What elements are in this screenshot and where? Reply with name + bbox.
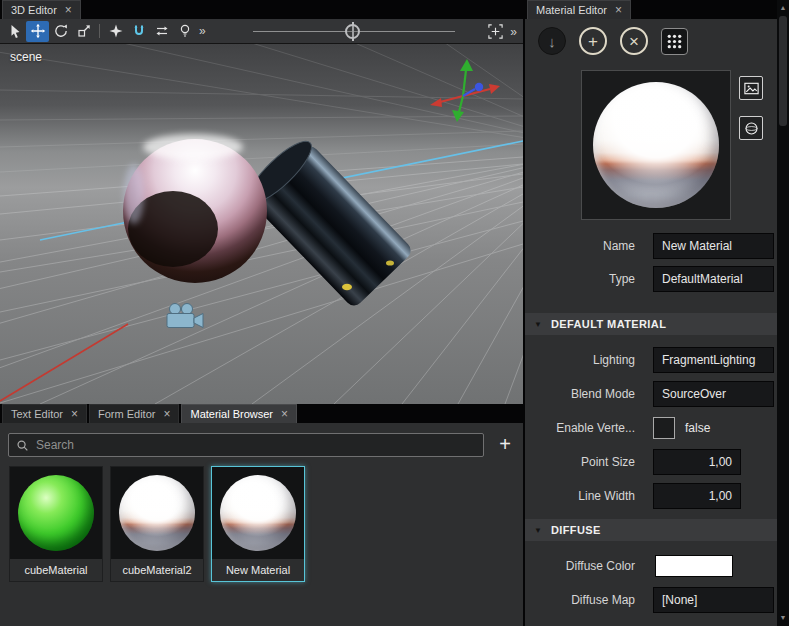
search-icon: [16, 439, 29, 452]
fit-view-button[interactable]: [484, 21, 507, 42]
close-icon[interactable]: ×: [163, 408, 170, 420]
name-input[interactable]: New Material: [653, 233, 774, 259]
diffuse-map-field-row: Diffuse Map [None]: [525, 587, 777, 613]
material-editor-tabstrip: Material Editor ×: [525, 0, 777, 19]
scroll-down-arrow[interactable]: ▼: [777, 612, 789, 624]
blend-mode-label: Blend Mode: [525, 381, 645, 407]
sky-sphere-thumbnail: [220, 475, 296, 551]
material-name-label: cubeMaterial: [10, 559, 102, 581]
app-window: 3D Editor ×: [0, 0, 789, 626]
material-card-new-material[interactable]: New Material: [211, 466, 305, 582]
material-preview-sphere: [593, 82, 719, 208]
create-material-button[interactable]: +: [579, 27, 607, 55]
rotate-tool-button[interactable]: [49, 21, 72, 42]
caret-down-icon: ▼: [534, 320, 542, 329]
scale-tool-button[interactable]: [72, 21, 95, 42]
diffuse-color-label: Diffuse Color: [525, 553, 645, 579]
grid-dots-icon: [665, 32, 684, 51]
enable-vertex-checkbox[interactable]: [653, 417, 675, 439]
search-input[interactable]: [36, 438, 476, 452]
material-preview: [581, 70, 731, 220]
scrollbar-thumb[interactable]: [779, 16, 787, 126]
close-icon[interactable]: ×: [281, 408, 288, 420]
diffuse-map-select[interactable]: [None]: [653, 587, 774, 613]
select-tool-button[interactable]: [3, 21, 26, 42]
blend-mode-select[interactable]: SourceOver: [653, 381, 774, 407]
rotate-icon: [53, 23, 69, 39]
fit-selected-button[interactable]: [104, 21, 127, 42]
add-material-button[interactable]: +: [493, 430, 517, 458]
tab-material-editor-label: Material Editor: [536, 4, 607, 16]
swap-arrows-icon: [154, 23, 170, 39]
toolbar-slider[interactable]: [253, 19, 455, 44]
slider-handle[interactable]: [345, 24, 360, 39]
toolbar-overflow-right-button[interactable]: »: [507, 25, 521, 39]
point-size-input[interactable]: 1,00: [653, 449, 741, 475]
tab-material-editor[interactable]: Material Editor ×: [527, 0, 631, 19]
toolbar-overflow-button[interactable]: »: [196, 24, 210, 38]
section-diffuse[interactable]: ▼ DIFFUSE: [525, 519, 777, 541]
lighting-field-row: Lighting FragmentLighting: [525, 347, 777, 373]
apply-material-button[interactable]: ↓: [538, 27, 566, 55]
snap-toggle-button[interactable]: [127, 21, 150, 42]
search-box: [8, 433, 484, 457]
type-select[interactable]: DefaultMaterial: [653, 266, 774, 292]
tab-3d-editor-label: 3D Editor: [11, 4, 57, 16]
material-thumbnail: [10, 467, 102, 559]
name-label: Name: [525, 233, 645, 259]
diffuse-color-field-row: Diffuse Color: [525, 553, 777, 579]
close-icon[interactable]: ×: [65, 4, 72, 16]
point-size-field-row: Point Size 1,00: [525, 449, 777, 475]
preview-model-button[interactable]: [739, 116, 763, 140]
tab-3d-editor[interactable]: 3D Editor ×: [2, 0, 81, 19]
material-card-cube-material2[interactable]: cubeMaterial2: [110, 466, 204, 582]
editor-tabstrip: 3D Editor ×: [0, 0, 523, 19]
tab-text-editor-label: Text Editor: [11, 408, 63, 420]
material-name-label: cubeMaterial2: [111, 559, 203, 581]
enable-vertex-field-row: Enable Verte... false: [525, 415, 777, 441]
move-icon: [30, 23, 46, 39]
diffuse-color-swatch[interactable]: [655, 555, 733, 577]
tab-material-browser[interactable]: Material Browser ×: [181, 404, 297, 423]
cursor-icon: [7, 23, 23, 39]
material-card-cube-material[interactable]: cubeMaterial: [9, 466, 103, 582]
image-icon: [743, 80, 760, 97]
close-icon[interactable]: ×: [71, 408, 78, 420]
cross-icon: ×: [629, 33, 639, 50]
scroll-up-arrow[interactable]: ▲: [777, 2, 789, 14]
right-scrollbar[interactable]: ▲ ▼: [777, 0, 789, 626]
section-title: DIFFUSE: [551, 524, 601, 536]
preview-environment-button[interactable]: [739, 76, 763, 100]
section-title: DEFAULT MATERIAL: [551, 318, 666, 330]
sphere-icon: [743, 120, 760, 137]
material-views-button[interactable]: [661, 28, 688, 55]
3d-scene-canvas[interactable]: [0, 44, 523, 404]
down-arrow-icon: ↓: [548, 34, 556, 49]
line-width-input[interactable]: 1,00: [653, 483, 741, 509]
toolbar-right-group: »: [484, 19, 521, 44]
material-editor-toolbar: ↓ + ×: [525, 19, 777, 63]
light-bulb-icon: [177, 23, 193, 39]
orientation-toggle-button[interactable]: [150, 21, 173, 42]
3d-toolbar: » »: [0, 19, 523, 44]
caret-down-icon: ▼: [534, 526, 542, 535]
tab-form-editor[interactable]: Form Editor ×: [89, 404, 179, 423]
type-label: Type: [525, 266, 645, 292]
material-card-list: cubeMaterial cubeMaterial2 New Material: [9, 466, 305, 582]
edit-light-button[interactable]: [173, 21, 196, 42]
delete-material-button[interactable]: ×: [620, 27, 648, 55]
green-sphere-thumbnail: [18, 475, 94, 551]
tab-text-editor[interactable]: Text Editor ×: [2, 404, 87, 423]
name-field-row: Name New Material: [525, 233, 777, 259]
material-name-label: New Material: [212, 559, 304, 581]
3d-viewport[interactable]: scene: [0, 44, 523, 404]
line-width-field-row: Line Width 1,00: [525, 483, 777, 509]
close-icon[interactable]: ×: [615, 4, 622, 16]
lighting-select[interactable]: FragmentLighting: [653, 347, 774, 373]
left-panel: 3D Editor ×: [0, 0, 523, 626]
bottom-tabstrip: Text Editor × Form Editor × Material Bro…: [0, 404, 523, 423]
material-browser-panel: + cubeMaterial cubeMaterial2: [0, 424, 523, 626]
enable-vertex-label: Enable Verte...: [525, 415, 645, 441]
section-default-material[interactable]: ▼ DEFAULT MATERIAL: [525, 313, 777, 335]
move-tool-button[interactable]: [26, 21, 49, 42]
